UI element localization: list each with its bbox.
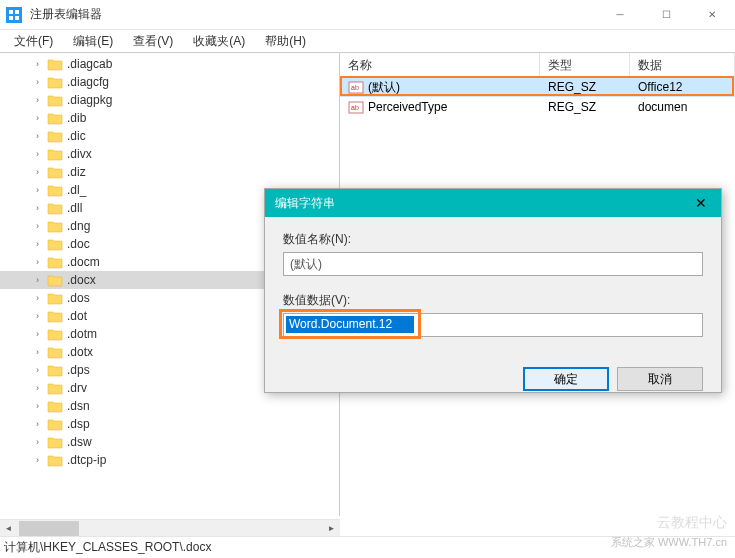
list-header: 名称 类型 数据	[340, 53, 735, 77]
value-data-label: 数值数据(V):	[283, 292, 703, 309]
svg-rect-3	[15, 16, 19, 20]
ok-button[interactable]: 确定	[523, 367, 609, 391]
svg-text:ab: ab	[351, 104, 359, 111]
tree-item-label: .dsw	[67, 435, 92, 449]
expand-icon[interactable]: ›	[32, 275, 43, 286]
cell-name: ab(默认)	[340, 79, 540, 96]
dialog-close-button[interactable]: ✕	[681, 189, 721, 217]
expand-icon[interactable]: ›	[32, 239, 43, 250]
menu-favorites[interactable]: 收藏夹(A)	[183, 31, 255, 52]
value-name-label: 数值名称(N):	[283, 231, 703, 248]
expand-icon[interactable]: ›	[32, 455, 43, 466]
col-header-name[interactable]: 名称	[340, 53, 540, 76]
minimize-button[interactable]: ─	[597, 0, 643, 29]
expand-icon[interactable]: ›	[32, 95, 43, 106]
tree-item[interactable]: ›.diz	[0, 163, 339, 181]
expand-icon[interactable]: ›	[32, 131, 43, 142]
maximize-button[interactable]: ☐	[643, 0, 689, 29]
tree-item-label: .diz	[67, 165, 86, 179]
window-controls: ─ ☐ ✕	[597, 0, 735, 29]
list-body: ab(默认)REG_SZOffice12abPerceivedTypeREG_S…	[340, 77, 735, 117]
tree-item-label: .divx	[67, 147, 92, 161]
expand-icon[interactable]: ›	[32, 221, 43, 232]
col-header-data[interactable]: 数据	[630, 53, 735, 76]
tree-item[interactable]: ›.diagpkg	[0, 91, 339, 109]
tree-item[interactable]: ›.dsn	[0, 397, 339, 415]
tree-item-label: .dsn	[67, 399, 90, 413]
scroll-left-icon[interactable]: ◄	[0, 520, 17, 537]
tree-item-label: .docx	[67, 273, 96, 287]
tree-item-label: .docm	[67, 255, 100, 269]
expand-icon[interactable]: ›	[32, 185, 43, 196]
tree-item-label: .dib	[67, 111, 86, 125]
scroll-thumb[interactable]	[19, 521, 79, 536]
tree-item-label: .dng	[67, 219, 90, 233]
expand-icon[interactable]: ›	[32, 437, 43, 448]
tree-item[interactable]: ›.dic	[0, 127, 339, 145]
expand-icon[interactable]: ›	[32, 311, 43, 322]
cell-data: Office12	[630, 80, 735, 94]
expand-icon[interactable]: ›	[32, 365, 43, 376]
svg-rect-0	[9, 10, 13, 14]
expand-icon[interactable]: ›	[32, 329, 43, 340]
expand-icon[interactable]: ›	[32, 419, 43, 430]
expand-icon[interactable]: ›	[32, 167, 43, 178]
expand-icon[interactable]: ›	[32, 149, 43, 160]
tree-item[interactable]: ›.dtcp-ip	[0, 451, 339, 469]
tree-item-label: .dsp	[67, 417, 90, 431]
window-title: 注册表编辑器	[30, 6, 597, 23]
menu-file[interactable]: 文件(F)	[4, 31, 63, 52]
tree-item-label: .drv	[67, 381, 87, 395]
expand-icon[interactable]: ›	[32, 293, 43, 304]
tree-item[interactable]: ›.dsp	[0, 415, 339, 433]
tree-item[interactable]: ›.diagcfg	[0, 73, 339, 91]
dialog-titlebar[interactable]: 编辑字符串 ✕	[265, 189, 721, 217]
close-button[interactable]: ✕	[689, 0, 735, 29]
cell-name: abPerceivedType	[340, 99, 540, 115]
tree-item[interactable]: ›.diagcab	[0, 55, 339, 73]
tree-item[interactable]: ›.divx	[0, 145, 339, 163]
expand-icon[interactable]: ›	[32, 77, 43, 88]
tree-scrollbar-horizontal[interactable]: ◄ ►	[0, 519, 340, 536]
status-path: 计算机\HKEY_CLASSES_ROOT\.docx	[4, 539, 211, 556]
watermark-main: 云教程中心	[657, 514, 727, 532]
expand-icon[interactable]: ›	[32, 113, 43, 124]
list-row[interactable]: abPerceivedTypeREG_SZdocumen	[340, 97, 735, 117]
scroll-right-icon[interactable]: ►	[323, 520, 340, 537]
tree-item-label: .diagcab	[67, 57, 112, 71]
cell-data: documen	[630, 100, 735, 114]
cancel-button[interactable]: 取消	[617, 367, 703, 391]
tree-item-label: .dl_	[67, 183, 86, 197]
value-data-input[interactable]	[283, 313, 703, 337]
dialog-buttons: 确定 取消	[265, 367, 721, 391]
tree-item-label: .dll	[67, 201, 82, 215]
tree-item-label: .dps	[67, 363, 90, 377]
cell-type: REG_SZ	[540, 80, 630, 94]
col-header-type[interactable]: 类型	[540, 53, 630, 76]
app-icon	[6, 7, 22, 23]
tree-item[interactable]: ›.dib	[0, 109, 339, 127]
menu-view[interactable]: 查看(V)	[123, 31, 183, 52]
edit-string-dialog: 编辑字符串 ✕ 数值名称(N): 数值数据(V): Word.Document.…	[264, 188, 722, 393]
expand-icon[interactable]: ›	[32, 401, 43, 412]
expand-icon[interactable]: ›	[32, 383, 43, 394]
expand-icon[interactable]: ›	[32, 203, 43, 214]
tree-item-label: .dos	[67, 291, 90, 305]
tree-item-label: .dtcp-ip	[67, 453, 106, 467]
svg-rect-1	[15, 10, 19, 14]
titlebar: 注册表编辑器 ─ ☐ ✕	[0, 0, 735, 30]
menubar: 文件(F) 编辑(E) 查看(V) 收藏夹(A) 帮助(H)	[0, 30, 735, 52]
tree-item-label: .doc	[67, 237, 90, 251]
value-name-input	[283, 252, 703, 276]
expand-icon[interactable]: ›	[32, 347, 43, 358]
tree-item-label: .dic	[67, 129, 86, 143]
cell-type: REG_SZ	[540, 100, 630, 114]
expand-icon[interactable]: ›	[32, 59, 43, 70]
tree-item-label: .dotx	[67, 345, 93, 359]
menu-edit[interactable]: 编辑(E)	[63, 31, 123, 52]
tree-item-label: .diagcfg	[67, 75, 109, 89]
tree-item[interactable]: ›.dsw	[0, 433, 339, 451]
expand-icon[interactable]: ›	[32, 257, 43, 268]
list-row[interactable]: ab(默认)REG_SZOffice12	[340, 77, 735, 97]
menu-help[interactable]: 帮助(H)	[255, 31, 316, 52]
